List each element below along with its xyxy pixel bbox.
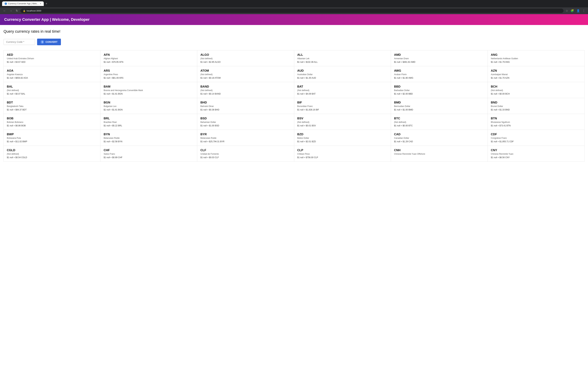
currency-card[interactable]: BNDBrunei Dollar$1 null = $1.33 BND (488, 98, 585, 114)
active-tab[interactable]: Currency Converter App | Welc... ✕ (2, 1, 44, 6)
currency-card[interactable]: BSV(Not defined)$1 null = $0.01 BSV (294, 114, 391, 130)
refresh-button[interactable]: ↻ (15, 8, 19, 13)
currency-card[interactable]: ATOM(Not defined)$1 null = $0.18 ATOM (197, 66, 294, 82)
menu-button[interactable]: ⋮ (582, 8, 586, 13)
currency-name: Bulgarian Lev (104, 105, 194, 108)
currency-code: AOA (7, 69, 97, 73)
currency-card[interactable]: BCH(Not defined)$1 null = $0.00 BCH (488, 82, 585, 98)
currency-card[interactable]: AEDUnited Arab Emirates Dirham$1 null = … (4, 50, 100, 66)
address-bar[interactable]: 🔒 localhost:3000 (20, 8, 563, 13)
currency-rate: $1 null = $481.62 AMD (394, 61, 484, 63)
currency-card[interactable]: BYRBelarusian Ruble$1 null = $25,794.31 … (197, 130, 294, 146)
currency-rate: $1 null = $0.07 BAL (7, 93, 97, 95)
currency-rate: $1 null = $1.61 BGN (104, 108, 194, 111)
profile-button[interactable]: 👤 (576, 8, 581, 13)
convert-button-label: CONVERT (45, 41, 57, 43)
currency-card[interactable]: CADCanadian Dollar$1 null = $1.29 CAD (391, 130, 488, 146)
currency-code: ANG (491, 53, 581, 57)
currency-card[interactable]: AFNAfghan Afghani$1 null = $76.95 AFN (100, 50, 197, 66)
currency-card[interactable]: CDFCongolese Franc$1 null = $1,955.71 CD… (488, 130, 585, 146)
currency-card[interactable]: ANGNetherlands Antillean Gulden$1 null =… (488, 50, 585, 66)
currency-card[interactable]: BYNBelarusian Ruble$1 null = $2.58 BYN (100, 130, 197, 146)
currency-rate: $1 null = $1.00 BMD (394, 108, 484, 111)
currency-name: Botswana Pula (7, 137, 97, 139)
currency-card[interactable]: AWGAruban Florin$1 null = $1.80 AWG (391, 66, 488, 82)
currency-name: Belarusian Ruble (200, 137, 291, 139)
currency-rate: $1 null = $0.54 CGLD (7, 156, 97, 159)
currency-card[interactable]: BOBBolivian Boliviano$1 null = $6.86 BOB (4, 114, 100, 130)
currency-card[interactable]: BGNBulgarian Lev$1 null = $1.61 BGN (100, 98, 197, 114)
currency-card[interactable]: BAND(Not defined)$1 null = $0.14 BAND (197, 82, 294, 98)
currency-card[interactable]: BSDBahamian Dollar$1 null = $1.00 BSD (197, 114, 294, 130)
currency-name: Bhutanese Ngultrum (491, 121, 581, 123)
currency-card[interactable]: AMDArmenian Dram$1 null = $481.62 AMD (391, 50, 488, 66)
currency-name: (Not defined) (7, 153, 97, 155)
currency-card[interactable]: CNYChinese Renminbi Yuan$1 null = $6.56 … (488, 146, 585, 162)
currency-card[interactable]: CHFSwiss Franc$1 null = $0.89 CHF (100, 146, 197, 162)
currency-code: ALL (297, 53, 388, 57)
currency-card[interactable]: CGLD(Not defined)$1 null = $0.54 CGLD (4, 146, 100, 162)
currency-card[interactable]: BRLBrazilian Real$1 null = $5.22 BRL (100, 114, 197, 130)
currency-card[interactable]: AOAAngolan Kwanza$1 null = $654.82 AOA (4, 66, 100, 82)
currency-card[interactable]: BWPBotswana Pula$1 null = $11.02 BWP (4, 130, 100, 146)
currency-rate: $1 null = $1.79 ANG (491, 61, 581, 63)
currency-card[interactable]: BHDBahraini Dinar$1 null = $0.38 BHD (197, 98, 294, 114)
currency-card[interactable]: BBDBarbadian Dollar$1 null = $2.00 BBD (391, 82, 488, 98)
currency-card[interactable]: BIFBurundian Franc$1 null = $1,928.16 BI… (294, 98, 391, 114)
currency-card[interactable]: ARSArgentine Peso$1 null = $81.49 ARS (100, 66, 197, 82)
currency-code: BOB (7, 117, 97, 120)
currency-card[interactable]: AZNAzerbaijani Manat$1 null = $1.70 AZN (488, 66, 585, 82)
currency-code-input[interactable] (3, 39, 35, 45)
star-button[interactable]: ☆ (565, 8, 569, 13)
currency-name: Australian Dollar (297, 73, 388, 76)
currency-name: Bermudian Dollar (394, 105, 484, 108)
currency-code: BYR (200, 133, 291, 136)
extension-button[interactable]: 🧩 (570, 8, 575, 13)
currency-card[interactable]: BMDBermudian Dollar$1 null = $1.00 BMD (391, 98, 488, 114)
convert-button[interactable]: $ CONVERT (37, 39, 61, 45)
currency-name: Argentine Peso (104, 73, 194, 76)
currency-rate: $1 null = $81.49 ARS (104, 77, 194, 79)
currency-code: CLF (200, 149, 291, 152)
currency-card[interactable]: CLFUnidad de Fomento$1 null = $0.03 CLF (197, 146, 294, 162)
currency-code: AWG (394, 69, 484, 73)
currency-name: Brunei Dollar (491, 105, 581, 108)
currency-rate: $1 null = $654.82 AOA (7, 77, 97, 79)
close-tab-button[interactable]: ✕ (40, 3, 41, 5)
currency-rate: $1 null = $0.00 BTC (394, 125, 484, 127)
currency-code: AFN (104, 53, 194, 57)
currency-code: ATOM (200, 69, 291, 73)
currency-card[interactable]: BZDBelize Dollar$1 null = $2.01 BZD (294, 130, 391, 146)
currency-card[interactable]: AUDAustralian Dollar$1 null = $1.35 AUD (294, 66, 391, 82)
currency-card[interactable]: BAL(Not defined)$1 null = $0.07 BAL (4, 82, 100, 98)
currency-name: Bolivian Boliviano (7, 121, 97, 123)
new-tab-button[interactable]: + (44, 2, 49, 6)
currency-card[interactable]: BDTBangladeshi Taka$1 null = $84.37 BDT (4, 98, 100, 114)
currency-card[interactable]: CLPChilean Peso$1 null = $756.00 CLP (294, 146, 391, 162)
currency-rate: $1 null = $1.70 AZN (491, 77, 581, 79)
currency-card[interactable]: ALLAlbanian Lek$1 null = $102.38 ALL (294, 50, 391, 66)
currency-name: (Not defined) (200, 57, 291, 60)
currency-card[interactable]: BAT(Not defined)$1 null = $4.09 BAT (294, 82, 391, 98)
dollar-icon: $ (41, 40, 44, 44)
forward-button[interactable]: → (9, 8, 13, 13)
currency-card[interactable]: CNHChinese Renminbi Yuan Offshore (391, 146, 488, 162)
currency-name: (Not defined) (200, 89, 291, 92)
currency-card[interactable]: ALGO(Not defined)$1 null = $2.85 ALGO (197, 50, 294, 66)
currency-card[interactable]: BAMBosnia and Herzegovina Convertible Ma… (100, 82, 197, 98)
browser-nav-icons: ☆ 🧩 👤 ⋮ (565, 8, 586, 13)
currency-grid: AEDUnited Arab Emirates Dirham$1 null = … (3, 50, 585, 162)
currency-rate: $1 null = $2.01 BZD (297, 140, 388, 143)
currency-code: BTN (491, 117, 581, 120)
currency-rate: $1 null = $2.85 ALGO (200, 61, 291, 63)
currency-name: Netherlands Antillean Gulden (491, 57, 581, 60)
currency-name: Chinese Renminbi Yuan (491, 153, 581, 155)
currency-name: Brazilian Real (104, 121, 194, 123)
favicon (5, 2, 7, 5)
currency-rate: $1 null = $0.01 BSV (297, 125, 388, 127)
main-content: Query currency rates in real time! $ CON… (0, 25, 588, 166)
currency-card[interactable]: BTC(Not defined)$1 null = $0.00 BTC (391, 114, 488, 130)
back-button[interactable]: ← (2, 8, 7, 13)
currency-card[interactable]: BTNBhutanese Ngultrum$1 null = $73.41 BT… (488, 114, 585, 130)
currency-code: BAT (297, 85, 388, 88)
